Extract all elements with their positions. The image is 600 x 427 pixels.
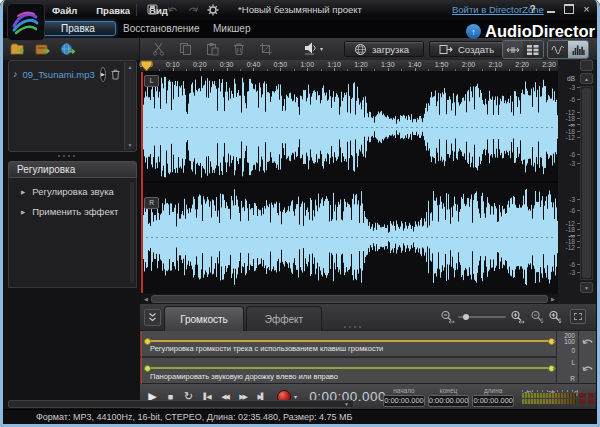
- length-value[interactable]: 0:00:00.000: [472, 395, 514, 407]
- help-button[interactable]: ?: [525, 2, 540, 16]
- ruler-tick-label: 1:50: [435, 61, 449, 68]
- adjust-item-effect[interactable]: ▶ Применить эффект: [9, 202, 136, 221]
- reset-volume-button[interactable]: [582, 335, 594, 347]
- monitor-volume-button[interactable]: ▾: [303, 41, 323, 55]
- pan-keyframe[interactable]: [144, 365, 151, 372]
- collapsed-panel-strip[interactable]: ▼: [8, 400, 354, 408]
- minimize-button[interactable]: [543, 2, 558, 16]
- import-folder-icon[interactable]: [35, 42, 51, 56]
- brand-logo: ↑ AudioDirector: [466, 22, 595, 41]
- paste-icon[interactable]: [206, 42, 219, 56]
- db-scale-label: -6: [558, 261, 575, 268]
- adjust-item-sound[interactable]: ▶ Регулировка звука: [9, 182, 136, 201]
- file-name[interactable]: 09_Tsunami.mp3: [23, 69, 95, 80]
- zoom-in-vertical-icon[interactable]: [548, 310, 562, 324]
- scrollbar-thumb[interactable]: [582, 88, 591, 278]
- scroll-right-icon[interactable]: ▶: [548, 296, 558, 302]
- chevron-down-icon: ▾: [294, 393, 297, 400]
- channel-left-badge[interactable]: L: [144, 75, 159, 87]
- zoom-slider[interactable]: [458, 316, 506, 318]
- scroll-up-icon[interactable]: ▲: [580, 73, 593, 84]
- media-scrollbar[interactable]: ▲▼: [124, 62, 135, 150]
- tick: [577, 163, 580, 164]
- zoom-out-horizontal-icon[interactable]: [440, 310, 455, 324]
- end-value[interactable]: 0:00:00.000: [428, 395, 470, 407]
- file-format-status: Формат: MP3, 44100Hz, 16-bit, СТЕРЕО, Дл…: [36, 412, 352, 422]
- ruler-tick-label: 2:10: [488, 61, 502, 68]
- channel-right-badge[interactable]: R: [144, 197, 159, 209]
- panel-splitter[interactable]: [344, 326, 361, 328]
- spectrum-view-icon[interactable]: [568, 41, 588, 58]
- ruler-minor-tick: [294, 69, 295, 71]
- list-item[interactable]: ♪ 09_Tsunami.mp3 ▶: [13, 66, 120, 82]
- ruler-minor-tick: [347, 69, 348, 71]
- tab-restore[interactable]: Восстановление: [123, 23, 200, 34]
- ruler-minor-tick: [186, 69, 187, 71]
- delete-icon[interactable]: [233, 42, 245, 56]
- preview-play-button[interactable]: ▶: [100, 67, 106, 82]
- waveform-spectrum-toggle-group: [547, 40, 589, 59]
- collapse-panel-button[interactable]: [144, 309, 161, 326]
- tab-edit[interactable]: Правка: [40, 21, 116, 36]
- waveform-display[interactable]: [141, 72, 558, 293]
- waveform-view-icon[interactable]: [548, 41, 568, 58]
- scroll-down-icon[interactable]: ▼: [580, 282, 593, 293]
- zoom-out-vertical-icon[interactable]: [530, 310, 544, 324]
- media-library-panel: ♪ 09_Tsunami.mp3 ▶ ▲▼: [8, 60, 137, 152]
- stretch-view-icon[interactable]: [503, 41, 523, 58]
- import-file-icon[interactable]: [10, 42, 26, 56]
- scroll-down-icon[interactable]: ▼: [128, 142, 133, 148]
- brand-arrow-icon: ↑: [466, 24, 481, 39]
- create-button[interactable]: Создать: [429, 41, 509, 57]
- corner-button[interactable]: [580, 60, 593, 71]
- tab-mixer[interactable]: Микшер: [213, 23, 250, 34]
- app-logo: [7, 3, 45, 41]
- download-from-directorzone-icon[interactable]: [60, 42, 76, 56]
- tab-volume[interactable]: Громкость: [164, 306, 244, 331]
- db-scale-column: dB ▲ ▼ -3-6-12-18-∞-18-12-6-3-3-6-12-18-…: [558, 60, 596, 305]
- playhead-marker[interactable]: [140, 60, 153, 72]
- horizontal-scrollbar[interactable]: ◀ ▶: [141, 294, 558, 304]
- pan-keyframe-line[interactable]: [146, 367, 552, 369]
- db-scale-label: -12: [558, 244, 575, 251]
- ruler-minor-tick: [267, 69, 268, 71]
- panel-splitter[interactable]: [58, 155, 75, 157]
- download-button[interactable]: загрузка: [344, 41, 424, 57]
- ruler-minor-tick: [482, 69, 483, 71]
- tick: [577, 264, 580, 265]
- reset-pan-button[interactable]: [582, 362, 594, 374]
- ruler-tick: [334, 68, 335, 71]
- tab-effect[interactable]: Эффект: [246, 306, 322, 331]
- zoom-in-horizontal-icon[interactable]: [510, 310, 525, 324]
- grid-view-icon[interactable]: [523, 41, 543, 58]
- timeline-ruler[interactable]: 0:000:100:200:300:400:501:001:101:201:30…: [140, 60, 560, 72]
- scroll-left-icon[interactable]: ◀: [141, 296, 151, 302]
- ruler-tick: [200, 68, 201, 71]
- trim-icon[interactable]: [259, 42, 272, 56]
- tick: [577, 137, 580, 138]
- tick: [577, 87, 580, 88]
- maximize-button[interactable]: [561, 2, 576, 16]
- start-value[interactable]: 0:00:00.000: [383, 395, 425, 407]
- meter-bar-right: [522, 399, 596, 404]
- globe-icon: [354, 43, 367, 56]
- tick: [577, 241, 580, 242]
- chevron-down-icon: ▾: [320, 45, 323, 52]
- ruler-tick: [307, 68, 308, 71]
- end-time-field: конец 0:00:00.000: [428, 387, 470, 407]
- zoom-slider-thumb[interactable]: [463, 314, 469, 320]
- adjust-scrollbar[interactable]: [130, 182, 134, 283]
- automation-tracks: Регулировка громкости трека с использова…: [140, 331, 596, 384]
- scrollbar-track[interactable]: [580, 86, 593, 280]
- scroll-up-icon[interactable]: ▲: [128, 64, 133, 70]
- copy-icon[interactable]: [179, 42, 192, 56]
- vertical-scrollbar[interactable]: ▲ ▼: [579, 60, 594, 305]
- remove-file-icon[interactable]: [111, 69, 120, 80]
- close-button[interactable]: ×: [579, 2, 594, 16]
- fit-to-window-button[interactable]: [570, 309, 586, 324]
- scrollbar-thumb[interactable]: [151, 295, 548, 303]
- ruler-minor-tick: [536, 69, 537, 71]
- ruler-minor-tick: [509, 69, 510, 71]
- volume-keyframe-line[interactable]: [146, 340, 552, 342]
- cut-icon[interactable]: [152, 42, 165, 56]
